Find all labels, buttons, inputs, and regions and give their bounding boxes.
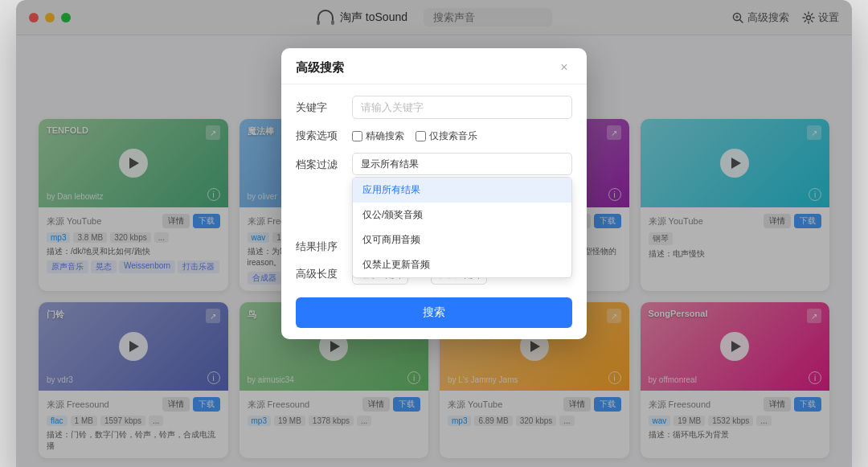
search-options-label: 搜索选项 <box>296 129 344 143</box>
filter-row: 档案过滤 显示所有结果 应用所有结果 仅公/颁奖音频 仅可商用音频 仅禁止更新音… <box>296 153 572 175</box>
modal-title: 高级搜索 <box>296 60 344 76</box>
filter-dropdown-open: 应用所有结果 仅公/颁奖音频 仅可商用音频 仅禁止更新音频 <box>352 177 572 278</box>
precise-search-label: 精确搜索 <box>366 129 404 143</box>
music-only-label: 仅搜索音乐 <box>429 129 477 143</box>
dropdown-item-apply[interactable]: 应用所有结果 <box>353 178 571 203</box>
keyword-row: 关键字 <box>296 96 572 119</box>
keyword-label: 关键字 <box>296 100 344 115</box>
filter-select[interactable]: 显示所有结果 应用所有结果 仅公/颁奖音频 仅可商用音频 仅禁止更新音频 <box>352 153 572 175</box>
dropdown-item-update[interactable]: 仅禁止更新音频 <box>353 252 571 277</box>
dropdown-item-award[interactable]: 仅公/颁奖音频 <box>353 203 571 227</box>
dropdown-item-commercial[interactable]: 仅可商用音频 <box>353 227 571 252</box>
modal-close-button[interactable]: × <box>556 59 572 76</box>
search-options-checkboxes: 精确搜索 仅搜索音乐 <box>352 129 572 143</box>
music-only-checkbox[interactable] <box>416 131 426 141</box>
modal-overlay: 高级搜索 × 关键字 搜索选项 精确搜索 <box>16 0 852 467</box>
duration-label: 高级长度 <box>296 267 344 281</box>
keyword-input[interactable] <box>352 96 572 119</box>
music-only-option[interactable]: 仅搜索音乐 <box>416 129 477 143</box>
precise-search-option[interactable]: 精确搜索 <box>352 129 404 143</box>
modal-search-button[interactable]: 搜索 <box>296 297 572 328</box>
advanced-search-modal: 高级搜索 × 关键字 搜索选项 精确搜索 <box>281 48 587 339</box>
modal-body: 关键字 搜索选项 精确搜索 仅搜索音乐 <box>281 84 587 339</box>
app-window: 淘声 toSound 高级搜索 设置 <box>16 0 852 467</box>
modal-header: 高级搜索 × <box>281 48 587 84</box>
search-options-row: 搜索选项 精确搜索 仅搜索音乐 <box>296 129 572 143</box>
sort-label: 结果排序 <box>296 240 344 254</box>
filter-select-wrapper: 显示所有结果 应用所有结果 仅公/颁奖音频 仅可商用音频 仅禁止更新音频 应用所… <box>352 153 572 175</box>
precise-search-checkbox[interactable] <box>352 131 362 141</box>
filter-label: 档案过滤 <box>296 153 344 172</box>
